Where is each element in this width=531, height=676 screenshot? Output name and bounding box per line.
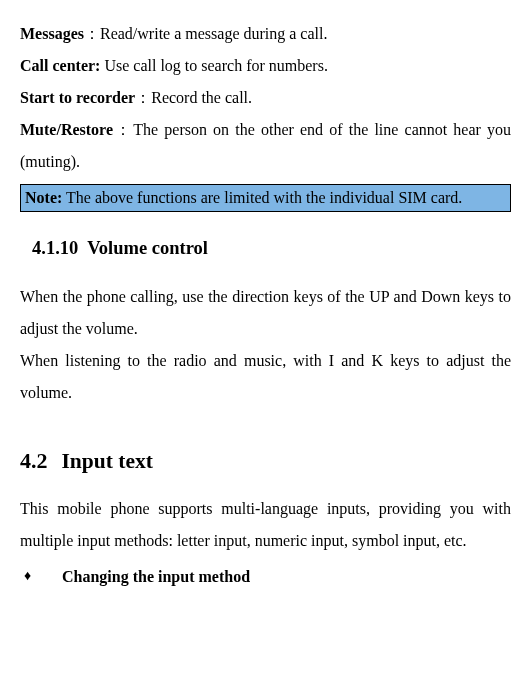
heading-4-1-10-num: 4.1.10 [32,238,78,258]
heading-4-2-title: Input text [62,449,153,473]
entry-messages-sep: ： [84,25,100,42]
note-label: Note: [25,189,62,206]
entry-recorder-sep: ： [135,89,151,106]
entry-messages-label: Messages [20,25,84,42]
note-text: The above functions are limited with the… [62,189,462,206]
entry-recorder: Start to recorder：Record the call. [20,82,511,114]
diamond-icon: ♦ [20,561,62,593]
entry-recorder-text: Record the call. [151,89,252,106]
entry-mute-sep: ： [113,121,133,138]
entry-mute: Mute/Restore：The person on the other end… [20,114,511,178]
para-4-1-10-1: When the phone calling, use the directio… [20,281,511,345]
entry-mute-label: Mute/Restore [20,121,113,138]
entry-recorder-label: Start to recorder [20,89,135,106]
entry-callcenter-text: Use call log to search for numbers. [104,57,327,74]
bullet-changing-input-label: Changing the input method [62,561,250,593]
heading-4-2: 4.2Input text [20,439,511,483]
entry-messages-text: Read/write a message during a call. [100,25,327,42]
heading-4-1-10-title: Volume control [87,238,208,258]
heading-4-1-10: 4.1.10 Volume control [32,230,511,267]
entry-callcenter-label: Call center: [20,57,100,74]
para-4-1-10-2: When listening to the radio and music, w… [20,345,511,409]
note-box: Note: The above functions are limited wi… [20,184,511,212]
para-4-2-1: This mobile phone supports multi-languag… [20,493,511,557]
bullet-changing-input: ♦ Changing the input method [20,561,511,593]
entry-messages: Messages：Read/write a message during a c… [20,18,511,50]
entry-callcenter: Call center: Use call log to search for … [20,50,511,82]
heading-4-2-num: 4.2 [20,448,48,473]
